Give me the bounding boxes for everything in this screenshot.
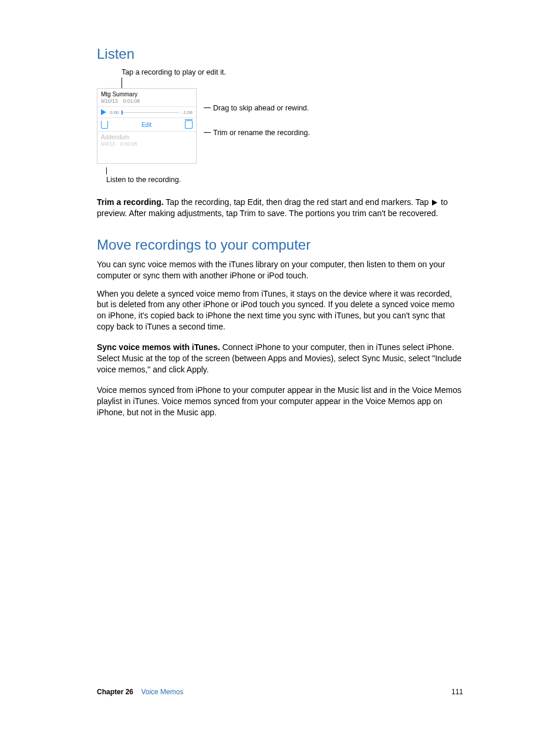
page-footer: Chapter 26 Voice Memos 111 xyxy=(97,688,463,696)
recording-date-2: 9/4/13 xyxy=(101,141,115,147)
diagram: Mtg Summary 9/10/13 0:01:08 0:00 -1:08 E… xyxy=(97,88,463,164)
trash-icon xyxy=(185,120,193,129)
heading-move: Move recordings to your computer xyxy=(97,237,463,253)
bold-sync: Sync voice memos with iTunes. xyxy=(97,342,220,352)
playback-row: 0:00 -1:08 xyxy=(97,107,196,118)
leader-line xyxy=(204,132,211,133)
edit-label: Edit xyxy=(141,122,151,128)
phone-screenshot: Mtg Summary 9/10/13 0:01:08 0:00 -1:08 E… xyxy=(97,88,197,164)
edit-row: Edit xyxy=(97,118,196,132)
heading-listen: Listen xyxy=(97,46,463,62)
document-page: Listen Tap a recording to play or edit i… xyxy=(0,0,560,743)
recording-duration-2: 0:00:08 xyxy=(120,141,137,147)
recording-title-2: Addendum xyxy=(101,134,193,140)
callout-drag-text: Drag to skip ahead or rewind. xyxy=(213,104,309,112)
bold-trim-recording: Trim a recording. xyxy=(97,197,164,207)
leader-line xyxy=(106,167,107,174)
recording-meta-2: 9/4/13 0:00:08 xyxy=(101,141,193,147)
callout-trim-text: Trim or rename the recording. xyxy=(213,129,310,137)
playhead xyxy=(122,110,123,115)
paragraph-sync: Sync voice memos with iTunes. Connect iP… xyxy=(97,342,463,375)
paragraph-trim: Trim a recording. Tap the recording, tap… xyxy=(97,197,463,219)
paragraph-move-1: You can sync voice memos with the iTunes… xyxy=(97,259,463,281)
chapter-number: Chapter 26 xyxy=(97,688,133,696)
paragraph-move-4: Voice memos synced from iPhone to your c… xyxy=(97,385,463,418)
callout-trim-rename: Trim or rename the recording. xyxy=(204,128,310,137)
time-remaining: -1:08 xyxy=(182,110,193,115)
recording-date: 9/10/13 xyxy=(101,98,117,104)
track-line xyxy=(122,112,180,113)
callout-drag: Drag to skip ahead or rewind. xyxy=(204,103,310,113)
callout-listen: Listen to the recording. xyxy=(106,176,463,184)
recording-title: Mtg Summary xyxy=(101,91,193,98)
section-move: Move recordings to your computer You can… xyxy=(97,237,463,418)
paragraph-move-2: When you delete a synced voice memo from… xyxy=(97,288,463,333)
chapter-title: Voice Memos xyxy=(141,688,183,696)
scrubber-track xyxy=(122,110,180,114)
play-icon xyxy=(432,200,437,206)
time-current: 0:00 xyxy=(110,110,119,115)
callout-tap-recording: Tap a recording to play or edit it. xyxy=(122,68,463,76)
leader-line xyxy=(204,107,211,108)
recording-row-1: Mtg Summary 9/10/13 0:01:08 xyxy=(97,89,196,107)
crop-icon xyxy=(101,121,108,129)
side-callouts: Drag to skip ahead or rewind. Trim or re… xyxy=(204,88,310,138)
recording-duration: 0:01:08 xyxy=(123,98,140,104)
recording-meta: 9/10/13 0:01:08 xyxy=(101,98,193,104)
trim-text-a: Tap the recording, tap Edit, then drag t… xyxy=(164,197,431,207)
page-number: 111 xyxy=(451,688,463,696)
footer-left: Chapter 26 Voice Memos xyxy=(97,688,183,696)
recording-row-2: Addendum 9/4/13 0:00:08 xyxy=(97,132,196,163)
play-icon xyxy=(101,109,106,115)
leader-line xyxy=(122,78,122,88)
